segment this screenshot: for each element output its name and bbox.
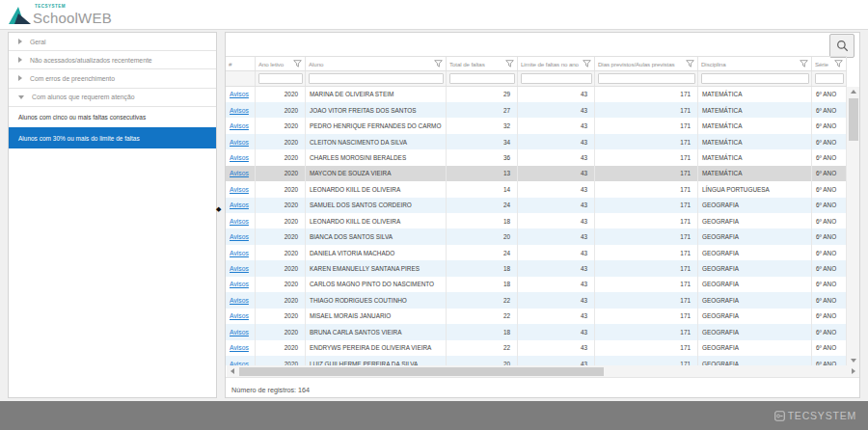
avisos-link[interactable]: Avisos xyxy=(230,154,249,161)
column-header-0[interactable]: # xyxy=(226,57,256,70)
filter-cell-2 xyxy=(306,71,447,86)
column-header-2[interactable]: Aluno xyxy=(306,57,447,70)
column-header-3[interactable]: Total de faltas xyxy=(447,57,518,70)
avisos-link[interactable]: Avisos xyxy=(230,202,249,208)
avisos-link[interactable]: Avisos xyxy=(230,122,249,129)
sidebar-section-1[interactable]: Não acessados/atualizados recentemente xyxy=(9,51,216,69)
vertical-scroll-thumb[interactable] xyxy=(849,98,858,141)
sidebar-section-2[interactable]: Com erros de preenchimento xyxy=(9,69,216,88)
filter-input-2[interactable] xyxy=(309,73,444,84)
table-row[interactable]: Avisos2020JOAO VITOR FREITAS DOS SANTOS2… xyxy=(226,102,847,118)
sidebar-section-0[interactable]: Geral xyxy=(9,33,216,51)
avisos-link[interactable]: Avisos xyxy=(230,170,249,176)
column-label: Ano letivo xyxy=(258,61,293,67)
avisos-link[interactable]: Avisos xyxy=(230,312,249,319)
table-row[interactable]: Avisos2020PEDRO HENRIQUE FERNANDES DO CA… xyxy=(226,118,847,133)
search-button[interactable] xyxy=(829,34,854,58)
cell-3: 29 xyxy=(447,87,518,102)
table-row[interactable]: Avisos2020CHARLES MOROSINI BERALDES36431… xyxy=(226,149,847,165)
cell-6: GEOGRAFIA xyxy=(698,324,812,339)
cell-7: 6º ANO xyxy=(812,228,847,244)
table-row[interactable]: Avisos2020MISAEL MORAIS JANUARIO2243171G… xyxy=(226,309,847,324)
vertical-scrollbar[interactable] xyxy=(847,87,859,366)
scroll-right-arrow[interactable] xyxy=(848,365,859,377)
table-row[interactable]: Avisos2020DANIELA VITORIA MACHADO2443171… xyxy=(226,245,847,260)
filter-input-1[interactable] xyxy=(258,73,303,84)
avisos-link[interactable]: Avisos xyxy=(230,329,249,336)
table-row[interactable]: Avisos2020ENDRYWS PEREIRA DE OLIVEIRA VI… xyxy=(226,340,847,356)
filter-input-4[interactable] xyxy=(521,73,592,84)
avisos-link[interactable]: Avisos xyxy=(230,91,249,97)
filter-funnel-icon[interactable] xyxy=(583,60,591,67)
avisos-link[interactable]: Avisos xyxy=(230,233,249,240)
filter-funnel-icon[interactable] xyxy=(434,60,443,67)
avisos-link[interactable]: Avisos xyxy=(230,139,249,146)
avisos-link[interactable]: Avisos xyxy=(230,281,249,287)
filter-funnel-icon[interactable] xyxy=(800,60,808,67)
cell-6: GEOGRAFIA xyxy=(698,292,812,308)
cell-1: 2020 xyxy=(256,118,306,133)
cell-6: MATEMÁTICA xyxy=(698,118,812,133)
cell-7: 6º ANO xyxy=(812,118,847,133)
column-header-4[interactable]: Limite de faltas no ano xyxy=(518,57,595,70)
cell-4: 43 xyxy=(518,118,595,133)
filter-input-7[interactable] xyxy=(815,73,844,84)
scroll-left-arrow[interactable] xyxy=(227,365,238,377)
cell-0: Avisos xyxy=(226,292,256,308)
table-row[interactable]: Avisos2020LEONARDO KIILL DE OLIVEIRA1843… xyxy=(226,213,847,228)
table-row[interactable]: Avisos2020LEONARDO KIILL DE OLIVEIRA1443… xyxy=(226,181,847,197)
cell-2: THIAGO RODRIGUES COUTINHO xyxy=(306,292,447,308)
column-header-7[interactable]: Série xyxy=(812,57,847,70)
table-row[interactable]: Avisos2020LUIZ GUILHERME PEREIRA DA SILV… xyxy=(226,356,847,365)
table-row[interactable]: Avisos2020BRUNA CARLA SANTOS VIEIRA18431… xyxy=(226,324,847,339)
cell-2: CHARLES MOROSINI BERALDES xyxy=(306,149,447,165)
table-row[interactable]: Avisos2020THIAGO RODRIGUES COUTINHO22431… xyxy=(226,292,847,308)
table-row[interactable]: Avisos2020MAYCON DE SOUZA VIEIRA1343171M… xyxy=(226,166,847,181)
avisos-link[interactable]: Avisos xyxy=(230,107,249,114)
filter-funnel-icon[interactable] xyxy=(505,60,514,67)
cell-2: ENDRYWS PEREIRA DE OLIVEIRA VIEIRA xyxy=(306,340,447,356)
sidebar-item-1[interactable]: Alunos com 30% ou mais do limite de falt… xyxy=(9,127,216,148)
table-row[interactable]: Avisos2020CARLOS MAGNO PINTO DO NASCIMEN… xyxy=(226,277,847,292)
avisos-link[interactable]: Avisos xyxy=(230,265,249,272)
cell-3: 18 xyxy=(447,213,518,228)
cell-7: 6º ANO xyxy=(812,134,847,149)
cell-0: Avisos xyxy=(226,245,256,260)
cell-1: 2020 xyxy=(256,149,306,165)
column-header-6[interactable]: Disciplina xyxy=(698,57,812,70)
horizontal-scrollbar[interactable] xyxy=(227,365,859,377)
filter-funnel-icon[interactable] xyxy=(834,60,843,67)
cell-3: 18 xyxy=(447,277,518,292)
cell-4: 43 xyxy=(518,292,595,308)
table-row[interactable]: Avisos2020CLEITON NASCIMENTO DA SILVA344… xyxy=(226,134,847,149)
avisos-link[interactable]: Avisos xyxy=(230,297,249,304)
scroll-down-arrow[interactable] xyxy=(847,355,859,365)
cell-6: GEOGRAFIA xyxy=(698,260,812,276)
filter-input-5[interactable] xyxy=(598,73,695,84)
avisos-link[interactable]: Avisos xyxy=(230,344,249,351)
filter-input-6[interactable] xyxy=(701,73,809,84)
sidebar-section-3[interactable]: Com alunos que requerem atenção xyxy=(9,89,216,107)
column-label: Série xyxy=(815,61,834,67)
sidebar-item-0[interactable]: Alunos com cinco ou mais faltas consecut… xyxy=(9,107,216,128)
filter-funnel-icon[interactable] xyxy=(293,60,302,67)
cell-4: 43 xyxy=(518,166,595,181)
column-header-1[interactable]: Ano letivo xyxy=(256,57,306,70)
table-row[interactable]: Avisos2020SAMUEL DOS SANTOS CORDEIRO2443… xyxy=(226,198,847,213)
horizontal-scroll-thumb[interactable] xyxy=(239,367,604,376)
cell-0: Avisos xyxy=(226,181,256,197)
scroll-up-arrow[interactable] xyxy=(847,87,859,97)
avisos-link[interactable]: Avisos xyxy=(230,250,249,256)
avisos-link[interactable]: Avisos xyxy=(230,218,249,225)
filter-funnel-icon[interactable] xyxy=(686,60,694,67)
table-row[interactable]: Avisos2020KAREN EMANUELLY SANTANA PIRES1… xyxy=(226,260,847,276)
status-bar: Número de registros: 164 xyxy=(226,377,859,397)
cell-7: 6º ANO xyxy=(812,292,847,308)
table-row[interactable]: Avisos2020BIANCA DOS SANTOS SILVA2043171… xyxy=(226,228,847,244)
cell-2: MARINA DE OLIVEIRA STEIM xyxy=(306,87,447,102)
table-row[interactable]: Avisos2020MARINA DE OLIVEIRA STEIM294317… xyxy=(226,87,847,102)
column-header-5[interactable]: Dias previstos/Aulas previstas xyxy=(595,57,698,70)
cell-6: GEOGRAFIA xyxy=(698,213,812,228)
filter-input-3[interactable] xyxy=(449,73,515,84)
avisos-link[interactable]: Avisos xyxy=(230,186,249,193)
